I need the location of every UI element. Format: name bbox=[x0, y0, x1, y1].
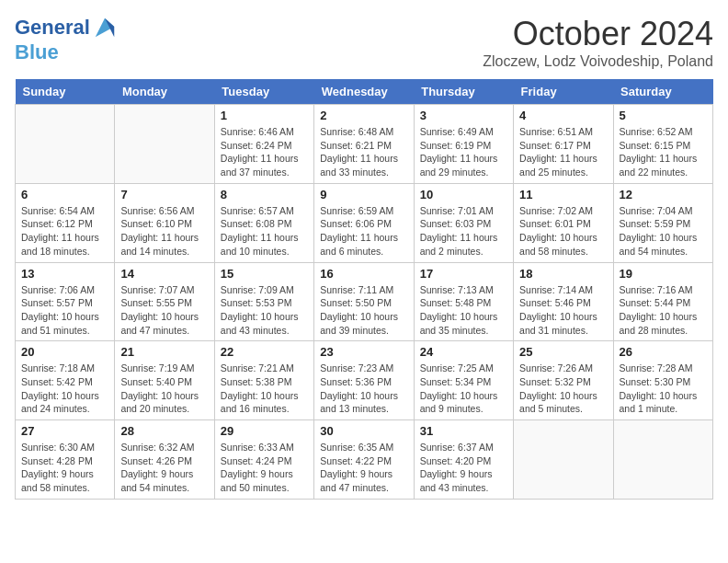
calendar-cell: 10Sunrise: 7:01 AMSunset: 6:03 PMDayligh… bbox=[414, 183, 513, 262]
day-number: 18 bbox=[519, 267, 607, 281]
day-number: 23 bbox=[320, 345, 407, 359]
calendar-cell: 14Sunrise: 7:07 AMSunset: 5:55 PMDayligh… bbox=[115, 262, 214, 341]
day-number: 17 bbox=[420, 267, 507, 281]
calendar-cell: 16Sunrise: 7:11 AMSunset: 5:50 PMDayligh… bbox=[314, 262, 414, 341]
day-info: Sunrise: 7:06 AMSunset: 5:57 PMDaylight:… bbox=[21, 283, 108, 338]
calendar-cell: 26Sunrise: 7:28 AMSunset: 5:30 PMDayligh… bbox=[613, 341, 712, 420]
title-block: October 2024 Zloczew, Lodz Voivodeship, … bbox=[483, 15, 713, 70]
day-info: Sunrise: 7:11 AMSunset: 5:50 PMDaylight:… bbox=[320, 283, 407, 338]
day-number: 1 bbox=[221, 109, 308, 122]
calendar-cell: 6Sunrise: 6:54 AMSunset: 6:12 PMDaylight… bbox=[16, 183, 115, 262]
day-number: 22 bbox=[221, 345, 308, 359]
weekday-header-sunday: Sunday bbox=[16, 79, 115, 105]
day-number: 20 bbox=[21, 345, 108, 359]
day-info: Sunrise: 6:57 AMSunset: 6:08 PMDaylight:… bbox=[221, 204, 308, 259]
weekday-header-tuesday: Tuesday bbox=[214, 79, 313, 105]
day-number: 10 bbox=[420, 188, 507, 201]
header-row: SundayMondayTuesdayWednesdayThursdayFrid… bbox=[16, 79, 713, 105]
calendar-cell: 22Sunrise: 7:21 AMSunset: 5:38 PMDayligh… bbox=[214, 341, 313, 420]
day-number: 8 bbox=[221, 188, 308, 201]
day-info: Sunrise: 6:48 AMSunset: 6:21 PMDaylight:… bbox=[320, 125, 407, 179]
weekday-header-friday: Friday bbox=[514, 79, 613, 105]
day-info: Sunrise: 6:51 AMSunset: 6:17 PMDaylight:… bbox=[519, 125, 607, 179]
day-info: Sunrise: 7:18 AMSunset: 5:42 PMDaylight:… bbox=[21, 362, 108, 416]
calendar-cell: 27Sunrise: 6:30 AMSunset: 4:28 PMDayligh… bbox=[16, 420, 115, 500]
day-info: Sunrise: 7:25 AMSunset: 5:34 PMDaylight:… bbox=[420, 362, 507, 416]
calendar-cell: 23Sunrise: 7:23 AMSunset: 5:36 PMDayligh… bbox=[314, 341, 414, 420]
logo-text: General bbox=[15, 17, 90, 39]
day-number: 24 bbox=[420, 345, 507, 359]
day-info: Sunrise: 7:02 AMSunset: 6:01 PMDaylight:… bbox=[519, 204, 607, 259]
week-row-1: 1Sunrise: 6:46 AMSunset: 6:24 PMDaylight… bbox=[16, 105, 713, 184]
day-number: 31 bbox=[420, 424, 507, 438]
day-info: Sunrise: 7:04 AMSunset: 5:59 PMDaylight:… bbox=[620, 204, 707, 259]
day-number: 14 bbox=[120, 267, 208, 281]
day-info: Sunrise: 6:52 AMSunset: 6:15 PMDaylight:… bbox=[620, 125, 707, 179]
weekday-header-monday: Monday bbox=[115, 79, 214, 105]
day-info: Sunrise: 6:54 AMSunset: 6:12 PMDaylight:… bbox=[21, 204, 108, 259]
day-info: Sunrise: 6:30 AMSunset: 4:28 PMDaylight:… bbox=[21, 441, 108, 495]
day-info: Sunrise: 6:33 AMSunset: 4:24 PMDaylight:… bbox=[221, 441, 308, 495]
day-info: Sunrise: 6:32 AMSunset: 4:26 PMDaylight:… bbox=[120, 441, 208, 495]
calendar-cell: 25Sunrise: 7:26 AMSunset: 5:32 PMDayligh… bbox=[514, 341, 613, 420]
calendar-cell bbox=[514, 420, 613, 500]
day-info: Sunrise: 6:49 AMSunset: 6:19 PMDaylight:… bbox=[420, 125, 507, 179]
calendar-cell bbox=[613, 420, 712, 500]
day-number: 29 bbox=[221, 424, 308, 438]
day-number: 21 bbox=[120, 345, 208, 359]
calendar-cell: 18Sunrise: 7:14 AMSunset: 5:46 PMDayligh… bbox=[514, 262, 613, 341]
day-info: Sunrise: 7:14 AMSunset: 5:46 PMDaylight:… bbox=[519, 283, 607, 338]
weekday-header-wednesday: Wednesday bbox=[314, 79, 414, 105]
calendar-cell: 19Sunrise: 7:16 AMSunset: 5:44 PMDayligh… bbox=[613, 262, 712, 341]
week-row-3: 13Sunrise: 7:06 AMSunset: 5:57 PMDayligh… bbox=[16, 262, 713, 341]
day-info: Sunrise: 6:46 AMSunset: 6:24 PMDaylight:… bbox=[221, 125, 308, 179]
day-number: 6 bbox=[21, 188, 108, 201]
day-info: Sunrise: 7:07 AMSunset: 5:55 PMDaylight:… bbox=[120, 283, 208, 338]
day-number: 3 bbox=[420, 109, 507, 122]
day-number: 30 bbox=[320, 424, 407, 438]
day-info: Sunrise: 7:26 AMSunset: 5:32 PMDaylight:… bbox=[519, 362, 607, 416]
day-info: Sunrise: 7:01 AMSunset: 6:03 PMDaylight:… bbox=[420, 204, 507, 259]
calendar-cell: 28Sunrise: 6:32 AMSunset: 4:26 PMDayligh… bbox=[115, 420, 214, 500]
day-number: 2 bbox=[320, 109, 407, 122]
day-number: 9 bbox=[320, 188, 407, 201]
page-header: General Blue October 2024 Zloczew, Lodz … bbox=[15, 15, 713, 70]
day-number: 15 bbox=[221, 267, 308, 281]
day-info: Sunrise: 6:56 AMSunset: 6:10 PMDaylight:… bbox=[120, 204, 208, 259]
week-row-2: 6Sunrise: 6:54 AMSunset: 6:12 PMDaylight… bbox=[16, 183, 713, 262]
day-info: Sunrise: 7:19 AMSunset: 5:40 PMDaylight:… bbox=[120, 362, 208, 416]
day-number: 27 bbox=[21, 424, 108, 438]
week-row-4: 20Sunrise: 7:18 AMSunset: 5:42 PMDayligh… bbox=[16, 341, 713, 420]
day-info: Sunrise: 7:13 AMSunset: 5:48 PMDaylight:… bbox=[420, 283, 507, 338]
calendar-cell: 11Sunrise: 7:02 AMSunset: 6:01 PMDayligh… bbox=[514, 183, 613, 262]
calendar-cell: 31Sunrise: 6:37 AMSunset: 4:20 PMDayligh… bbox=[414, 420, 513, 500]
day-number: 5 bbox=[620, 109, 707, 122]
day-number: 12 bbox=[620, 188, 707, 201]
day-info: Sunrise: 7:28 AMSunset: 5:30 PMDaylight:… bbox=[620, 362, 707, 416]
day-info: Sunrise: 6:59 AMSunset: 6:06 PMDaylight:… bbox=[320, 204, 407, 259]
calendar-cell: 21Sunrise: 7:19 AMSunset: 5:40 PMDayligh… bbox=[115, 341, 214, 420]
day-number: 26 bbox=[620, 345, 707, 359]
calendar-cell: 24Sunrise: 7:25 AMSunset: 5:34 PMDayligh… bbox=[414, 341, 513, 420]
calendar-cell: 13Sunrise: 7:06 AMSunset: 5:57 PMDayligh… bbox=[16, 262, 115, 341]
weekday-header-saturday: Saturday bbox=[613, 79, 712, 105]
calendar-cell: 7Sunrise: 6:56 AMSunset: 6:10 PMDaylight… bbox=[115, 183, 214, 262]
calendar-cell: 8Sunrise: 6:57 AMSunset: 6:08 PMDaylight… bbox=[214, 183, 313, 262]
calendar-cell: 3Sunrise: 6:49 AMSunset: 6:19 PMDaylight… bbox=[414, 105, 513, 184]
calendar-cell: 20Sunrise: 7:18 AMSunset: 5:42 PMDayligh… bbox=[16, 341, 115, 420]
calendar-cell: 12Sunrise: 7:04 AMSunset: 5:59 PMDayligh… bbox=[613, 183, 712, 262]
day-info: Sunrise: 6:37 AMSunset: 4:20 PMDaylight:… bbox=[420, 441, 507, 495]
day-number: 25 bbox=[519, 345, 607, 359]
week-row-5: 27Sunrise: 6:30 AMSunset: 4:28 PMDayligh… bbox=[16, 420, 713, 500]
calendar-table: SundayMondayTuesdayWednesdayThursdayFrid… bbox=[15, 79, 713, 500]
calendar-cell: 2Sunrise: 6:48 AMSunset: 6:21 PMDaylight… bbox=[314, 105, 414, 184]
calendar-cell: 9Sunrise: 6:59 AMSunset: 6:06 PMDaylight… bbox=[314, 183, 414, 262]
day-info: Sunrise: 7:21 AMSunset: 5:38 PMDaylight:… bbox=[221, 362, 308, 416]
day-info: Sunrise: 7:23 AMSunset: 5:36 PMDaylight:… bbox=[320, 362, 407, 416]
day-info: Sunrise: 7:16 AMSunset: 5:44 PMDaylight:… bbox=[620, 283, 707, 338]
calendar-cell: 1Sunrise: 6:46 AMSunset: 6:24 PMDaylight… bbox=[214, 105, 313, 184]
calendar-cell: 5Sunrise: 6:52 AMSunset: 6:15 PMDaylight… bbox=[613, 105, 712, 184]
day-number: 19 bbox=[620, 267, 707, 281]
logo-blue: Blue bbox=[15, 40, 59, 64]
day-number: 13 bbox=[21, 267, 108, 281]
